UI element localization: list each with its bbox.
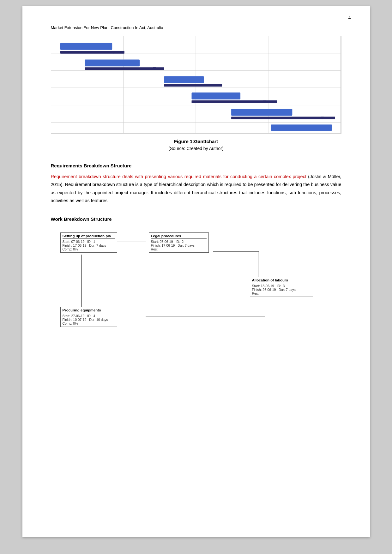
wbs-box-3: Allocation of labours Start: 18-06-19 ID… xyxy=(250,277,313,297)
wbs-box-4-row3: Comp: 0% xyxy=(63,322,115,325)
header-title: Market Extension For New Plant Construct… xyxy=(51,25,341,30)
wbs-box-1-row2: Finish: 17-06-19 Dur: 7 days xyxy=(63,244,115,247)
figure-source: (Source: Created by Author) xyxy=(51,146,341,151)
page-number: 4 xyxy=(348,15,351,20)
svg-rect-15 xyxy=(164,76,204,83)
requirements-paragraph: Requirement breakdown structure deals wi… xyxy=(51,173,341,205)
svg-rect-21 xyxy=(231,109,292,116)
gantt-chart xyxy=(51,36,341,134)
wbs-box-1-row1: Start: 07-06-19 ID: 1 xyxy=(63,240,115,244)
wbs-box-4: Procuring equipments Start: 27-06-19 ID:… xyxy=(60,307,117,327)
wbs-box-2-row2: Finish: 17-06-19 Dur: 7 days xyxy=(151,244,207,247)
wbs-box-2: Legal procedures Start: 07-06-19 ID: 2 F… xyxy=(149,232,209,253)
svg-rect-9 xyxy=(60,43,112,50)
wbs-box-2-row1: Start: 07-06-19 ID: 2 xyxy=(151,240,207,244)
svg-rect-12 xyxy=(85,60,140,67)
wbs-box-3-row3: Res: xyxy=(252,292,311,295)
svg-rect-13 xyxy=(85,67,164,70)
page: 4 Market Extension For New Plant Constru… xyxy=(22,6,370,537)
wbs-box-1-row3: Comp: 0% xyxy=(63,247,115,251)
wbs-box-2-row3: Res: xyxy=(151,247,207,251)
wbs-box-3-row2: Finish: 26-06-19 Dur: 7 days xyxy=(252,288,311,292)
svg-rect-24 xyxy=(271,124,332,131)
section-heading-requirements: Requirements Breakdown Structure xyxy=(51,163,341,168)
wbs-box-4-row2: Finish: 10-07-19 Dur: 10 days xyxy=(63,318,115,322)
svg-rect-22 xyxy=(231,117,335,119)
highlighted-text: Requirement breakdown structure deals wi… xyxy=(51,174,306,179)
section-heading-wbs: Work Breakdown Structure xyxy=(51,216,341,222)
wbs-box-4-row1: Start: 27-06-19 ID: 4 xyxy=(63,314,115,318)
wbs-box-3-row1: Start: 18-06-19 ID: 3 xyxy=(252,284,311,288)
figure-caption: Figure 1:Ganttchart xyxy=(51,139,341,144)
wbs-section: Setting up of production pla Start: 07-0… xyxy=(51,226,341,346)
svg-rect-16 xyxy=(164,84,222,87)
gantt-svg xyxy=(51,36,341,133)
wbs-box-1: Setting up of production pla Start: 07-0… xyxy=(60,232,117,253)
wbs-box-2-title: Legal procedures xyxy=(151,234,207,239)
wbs-box-4-title: Procuring equipments xyxy=(63,308,115,313)
wbs-canvas: Setting up of production pla Start: 07-0… xyxy=(51,226,341,346)
wbs-box-3-title: Allocation of labours xyxy=(252,278,311,283)
wbs-box-1-title: Setting up of production pla xyxy=(63,234,115,239)
svg-rect-18 xyxy=(191,93,240,99)
